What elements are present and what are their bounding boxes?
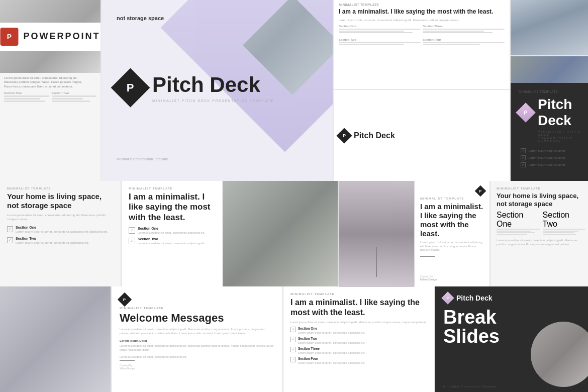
diamond-logo-b: P: [111, 68, 150, 108]
check-box-2: [521, 155, 526, 160]
check-icon-r2c2-1: [129, 227, 135, 234]
body-r2c4: Lorem ipsum dolor sit amet, consectetur …: [497, 239, 585, 246]
check-r2c1-2: Section Two Lorem ipsum dolor sit amet, …: [7, 237, 114, 245]
lorem-bold-r3c2: Lorem Ipsum Dolor: [120, 339, 274, 342]
slide-c2: P Pitch Deck: [334, 90, 510, 181]
dark-slide-panel: MINIMALIST TEMPLATE P Pitch Deck MINIMAL…: [511, 83, 588, 181]
line-sep-r3c2: [120, 360, 135, 361]
heading-r3c3: I am a minimalist. I like saying the mos…: [290, 298, 427, 318]
sub-label-dark: MINIMALIST PITCH DECK PRESENTATION TEMPL…: [538, 130, 583, 142]
building-photo: [0, 286, 111, 392]
checklist-r2c1: Section One Lorem ipsum dolor sit amet, …: [7, 226, 114, 245]
check-content-r3c3-2: Section Two Lorem ipsum dolor sit amet, …: [298, 337, 365, 345]
ppt-icon: P: [0, 28, 18, 46]
row2-photo3: [339, 181, 414, 287]
check-icon-r3c3-2: [290, 337, 296, 342]
body-r2c3: Lorem ipsum dolor sit amet, consectetur …: [420, 241, 484, 252]
ppt-logo-box: P POWERPOINT: [0, 23, 101, 51]
lorem-body2-r3c2: Lorem ipsum dolor sit amet, consectetur …: [120, 344, 274, 352]
check-r2c2-1: Section One Lorem ipsum dolor sit amet, …: [129, 227, 215, 235]
slide-text-a: Lorem ipsum dolor sit amet, consectetur …: [4, 76, 96, 88]
heading-r3c2: Welcome Messages: [120, 312, 274, 325]
top-bar-r3c4: P Pitch Deck: [443, 293, 583, 303]
diamond-row-r2c3: P: [420, 187, 484, 195]
check-content-r2c2-2: Section Two Lorem ipsum dolor sit amet, …: [138, 237, 205, 245]
mini-label-r3c2: MINIMALIST TEMPLATE: [120, 307, 274, 310]
row2-slide3: P MINIMALIST TEMPLATE I am a minimalist.…: [339, 181, 489, 287]
small-text-r3c2: Lorem ipsum dolor sit amet, consectetur …: [120, 355, 274, 358]
check-dark-2: Lorem ipsum dolor sit amet: [521, 155, 583, 160]
check-r3c3-1: Section One Lorem ipsum dolor sit amet, …: [290, 327, 427, 335]
heading-r2c3: I am a minimalist. I like saying the mos…: [420, 202, 484, 238]
check-dark-3: Lorem ipsum dolor sit amet: [521, 162, 583, 167]
check-content-r3c3-3: Section Three Lorem ipsum dolor sit amet…: [298, 347, 365, 355]
mini-label-r3c3: MINIMALIST TEMPLATE: [290, 292, 427, 296]
line-sep-r2c3: [420, 256, 435, 257]
row2-slide2-text: MINIMALIST TEMPLATE I am a minimalist. I…: [122, 181, 222, 287]
slide-preview-col-c: MINIMALIST TEMPLATE I am a minimalist. I…: [334, 0, 510, 181]
main-cover-slide: not storage space P Pitch Deck MINIMALIS…: [102, 0, 333, 181]
diamond-r3c4: P: [441, 291, 454, 304]
diamond-top-r3c2: P: [120, 293, 274, 305]
dark-pitch-row: P Pitch Deck: [519, 96, 583, 129]
row3-slide1: [0, 286, 111, 392]
check-r3c3-2: Section Two Lorem ipsum dolor sit amet, …: [290, 337, 427, 345]
diamond-r2c3: P: [475, 185, 486, 197]
check-content-r2c1-1: Section One Lorem ipsum dolor sit amet, …: [16, 226, 108, 234]
mini-label-r2c3: MINIMALIST TEMPLATE: [420, 197, 484, 200]
heading-r2c1: Your home is living space, not storage s…: [7, 192, 114, 210]
mini-label-r2c1: MINIMALIST TEMPLATE: [7, 187, 114, 190]
row3-slide4-dark: P Pitch Deck Break Slides Minimalist Pre…: [435, 286, 588, 392]
check-box-1: [521, 148, 526, 153]
ppt-slide-col-a: P POWERPOINT Lorem ipsum dolor sit amet,…: [0, 0, 101, 181]
row3-slide3: MINIMALIST TEMPLATE I am a minimalist. I…: [283, 286, 434, 392]
spiral-photo: [531, 322, 588, 387]
row2-slide1: MINIMALIST TEMPLATE Your home is living …: [0, 181, 121, 287]
check-box-3: [521, 162, 526, 167]
logo-c2: P Pitch Deck: [339, 130, 395, 141]
photo-arch-top: [511, 0, 588, 55]
row2-slide2: MINIMALIST TEMPLATE I am a minimalist. I…: [122, 181, 338, 287]
pitch-dark-title: Pitch Deck: [456, 294, 493, 302]
diamond-r3c2: P: [118, 292, 132, 306]
top-image-a: P POWERPOINT: [0, 0, 101, 73]
mini-label-r2c4: MINIMALIST TEMPLATE: [497, 187, 585, 190]
body-r3c2: Lorem ipsum dolor sit amet, consectetur …: [120, 328, 274, 335]
section-two-a: Section Two: [52, 91, 97, 103]
check-dark-1: Lorem ipsum dolor sit amet: [521, 148, 583, 153]
check-icon-r2c1-2: [7, 237, 13, 243]
heading-r2c2: I am a minimalist. I like saying the mos…: [129, 192, 215, 223]
section-two-col: Section Two: [543, 211, 585, 236]
slide-c1: MINIMALIST TEMPLATE I am a minimalist. I…: [334, 0, 510, 89]
row3-grid: P MINIMALIST TEMPLATE Welcome Messages L…: [0, 286, 588, 392]
row2-photo2: [223, 181, 338, 287]
diamond-c2: P: [336, 128, 352, 143]
check-r2c2-2: Section Two Lorem ipsum dolor sit amet, …: [129, 237, 215, 245]
side-sections-r2c4: Section One Section Two: [497, 211, 585, 236]
check-r3c3-4: Section Four Lorem ipsum dolor sit amet,…: [290, 357, 427, 365]
check-content-r2c1-2: Section Two Lorem ipsum dolor sit amet, …: [16, 237, 89, 245]
body-r3c3: Lorem ipsum dolor sit amet, consectetur …: [290, 321, 427, 325]
check-icon-r2c2-2: [129, 238, 135, 244]
section-one-col: Section One: [497, 211, 540, 236]
mini-label-c1: MINIMALIST TEMPLATE: [339, 3, 505, 7]
check-content-r3c3-4: Section Four Lorem ipsum dolor sit amet,…: [298, 357, 365, 365]
check-content-r3c3-1: Section One Lorem ipsum dolor sit amet, …: [298, 327, 365, 335]
section-grid-c1: Section One Section Three Section Two Se…: [339, 25, 505, 46]
row3-slide2: P MINIMALIST TEMPLATE Welcome Messages L…: [112, 286, 282, 392]
check-icon-r3c3-1: [290, 327, 296, 332]
body-r2c1: Lorem ipsum dolor sit amet, consectetur …: [7, 213, 114, 222]
slide-section-grid-a: Section One Section Two: [4, 91, 96, 103]
checklist-r3c3: Section One Lorem ipsum dolor sit amet, …: [290, 327, 427, 365]
check-icon-r3c3-4: [290, 357, 296, 362]
lamp-decoration: [376, 247, 377, 277]
mini-label-r3c4: Minimalist Presentation Template: [443, 385, 496, 388]
body-c1: Lorem ipsum dolor sit amet, consectetur …: [339, 18, 505, 22]
section-one-a: Section One: [4, 91, 49, 103]
pitch-title-b: Pitch Deck MINIMALIST PITCH DECK PRESENT…: [152, 73, 274, 103]
check-content-r2c2-1: Section One Lorem ipsum dolor sit amet, …: [138, 227, 205, 235]
mini-label-r2c2: MINIMALIST TEMPLATE: [129, 187, 215, 190]
row2-slide3-text: P MINIMALIST TEMPLATE I am a minimalist.…: [415, 181, 489, 287]
created-r3c2: Created By MilanoDesign: [120, 364, 274, 370]
check-icon-r2c1-1: [7, 226, 13, 232]
